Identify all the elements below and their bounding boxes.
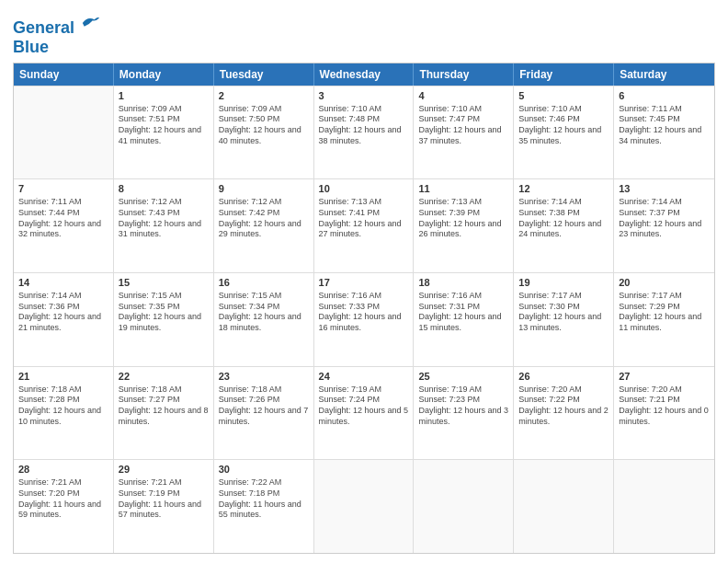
day-info: Sunrise: 7:09 AM Sunset: 7:50 PM Dayligh… — [219, 104, 309, 147]
week-row-1: 1Sunrise: 7:09 AM Sunset: 7:51 PM Daylig… — [14, 86, 714, 179]
day-cell-2: 2Sunrise: 7:09 AM Sunset: 7:50 PM Daylig… — [214, 86, 314, 179]
day-cell-13: 13Sunrise: 7:14 AM Sunset: 7:37 PM Dayli… — [614, 179, 714, 272]
day-number: 20 — [619, 276, 710, 290]
day-number: 14 — [18, 276, 108, 290]
week-row-2: 7Sunrise: 7:11 AM Sunset: 7:44 PM Daylig… — [14, 178, 714, 272]
day-cell-26: 26Sunrise: 7:20 AM Sunset: 7:22 PM Dayli… — [514, 367, 614, 460]
empty-cell — [614, 460, 714, 553]
day-cell-22: 22Sunrise: 7:18 AM Sunset: 7:27 PM Dayli… — [114, 367, 214, 460]
day-info: Sunrise: 7:11 AM Sunset: 7:44 PM Dayligh… — [18, 197, 108, 240]
logo: General Blue — [13, 13, 101, 57]
day-cell-15: 15Sunrise: 7:15 AM Sunset: 7:35 PM Dayli… — [114, 273, 214, 366]
day-number: 4 — [418, 89, 508, 103]
day-info: Sunrise: 7:10 AM Sunset: 7:47 PM Dayligh… — [418, 104, 508, 147]
day-cell-11: 11Sunrise: 7:13 AM Sunset: 7:39 PM Dayli… — [414, 179, 514, 272]
day-info: Sunrise: 7:19 AM Sunset: 7:23 PM Dayligh… — [418, 385, 508, 428]
day-info: Sunrise: 7:17 AM Sunset: 7:29 PM Dayligh… — [619, 291, 710, 334]
day-info: Sunrise: 7:14 AM Sunset: 7:38 PM Dayligh… — [518, 197, 609, 240]
day-info: Sunrise: 7:09 AM Sunset: 7:51 PM Dayligh… — [119, 104, 209, 147]
day-info: Sunrise: 7:13 AM Sunset: 7:39 PM Dayligh… — [418, 197, 508, 240]
day-number: 9 — [219, 182, 309, 196]
day-cell-23: 23Sunrise: 7:18 AM Sunset: 7:26 PM Dayli… — [214, 367, 314, 460]
weekday-header-monday: Monday — [114, 63, 214, 86]
day-cell-24: 24Sunrise: 7:19 AM Sunset: 7:24 PM Dayli… — [314, 367, 415, 460]
weekday-header-sunday: Sunday — [14, 63, 114, 86]
day-info: Sunrise: 7:20 AM Sunset: 7:21 PM Dayligh… — [619, 385, 710, 428]
page: General Blue SundayMondayTuesdayWednesda… — [0, 0, 728, 563]
day-info: Sunrise: 7:13 AM Sunset: 7:41 PM Dayligh… — [319, 197, 409, 240]
day-number: 23 — [219, 370, 309, 384]
day-cell-12: 12Sunrise: 7:14 AM Sunset: 7:38 PM Dayli… — [514, 179, 614, 272]
day-info: Sunrise: 7:21 AM Sunset: 7:20 PM Dayligh… — [18, 477, 108, 521]
day-cell-10: 10Sunrise: 7:13 AM Sunset: 7:41 PM Dayli… — [314, 179, 415, 272]
logo-bird-icon — [81, 13, 101, 33]
day-info: Sunrise: 7:12 AM Sunset: 7:42 PM Dayligh… — [219, 197, 309, 240]
day-cell-3: 3Sunrise: 7:10 AM Sunset: 7:48 PM Daylig… — [314, 86, 415, 179]
day-number: 13 — [619, 182, 710, 196]
calendar: SundayMondayTuesdayWednesdayThursdayFrid… — [13, 63, 715, 554]
day-number: 2 — [219, 89, 309, 103]
day-number: 18 — [418, 276, 508, 290]
header: General Blue — [13, 9, 715, 57]
empty-cell — [314, 460, 415, 553]
day-cell-14: 14Sunrise: 7:14 AM Sunset: 7:36 PM Dayli… — [14, 273, 114, 366]
week-row-5: 28Sunrise: 7:21 AM Sunset: 7:20 PM Dayli… — [14, 459, 714, 553]
day-number: 24 — [319, 370, 409, 384]
day-cell-27: 27Sunrise: 7:20 AM Sunset: 7:21 PM Dayli… — [614, 367, 714, 460]
day-info: Sunrise: 7:18 AM Sunset: 7:28 PM Dayligh… — [18, 385, 108, 428]
day-info: Sunrise: 7:20 AM Sunset: 7:22 PM Dayligh… — [518, 385, 609, 428]
day-cell-8: 8Sunrise: 7:12 AM Sunset: 7:43 PM Daylig… — [114, 179, 214, 272]
day-cell-28: 28Sunrise: 7:21 AM Sunset: 7:20 PM Dayli… — [14, 460, 114, 553]
weekday-header-friday: Friday — [514, 63, 614, 86]
weekday-header-thursday: Thursday — [414, 63, 514, 86]
day-info: Sunrise: 7:15 AM Sunset: 7:35 PM Dayligh… — [119, 291, 209, 334]
day-info: Sunrise: 7:19 AM Sunset: 7:24 PM Dayligh… — [319, 385, 409, 428]
day-number: 17 — [319, 276, 409, 290]
day-number: 15 — [119, 276, 209, 290]
day-info: Sunrise: 7:12 AM Sunset: 7:43 PM Dayligh… — [119, 197, 209, 240]
empty-cell — [14, 86, 114, 179]
day-number: 10 — [319, 182, 409, 196]
day-number: 21 — [18, 370, 108, 384]
day-info: Sunrise: 7:16 AM Sunset: 7:31 PM Dayligh… — [418, 291, 508, 334]
day-info: Sunrise: 7:14 AM Sunset: 7:37 PM Dayligh… — [619, 197, 710, 240]
day-info: Sunrise: 7:22 AM Sunset: 7:18 PM Dayligh… — [219, 477, 309, 521]
day-number: 3 — [319, 89, 409, 103]
day-info: Sunrise: 7:14 AM Sunset: 7:36 PM Dayligh… — [18, 291, 108, 334]
day-number: 5 — [518, 89, 609, 103]
day-number: 30 — [219, 463, 309, 477]
day-number: 26 — [518, 370, 609, 384]
day-cell-4: 4Sunrise: 7:10 AM Sunset: 7:47 PM Daylig… — [414, 86, 514, 179]
day-info: Sunrise: 7:15 AM Sunset: 7:34 PM Dayligh… — [219, 291, 309, 334]
calendar-header: SundayMondayTuesdayWednesdayThursdayFrid… — [14, 63, 714, 86]
weekday-header-tuesday: Tuesday — [214, 63, 314, 86]
day-number: 28 — [18, 463, 108, 477]
day-cell-21: 21Sunrise: 7:18 AM Sunset: 7:28 PM Dayli… — [14, 367, 114, 460]
calendar-body: 1Sunrise: 7:09 AM Sunset: 7:51 PM Daylig… — [14, 86, 714, 553]
day-number: 22 — [119, 370, 209, 384]
day-cell-16: 16Sunrise: 7:15 AM Sunset: 7:34 PM Dayli… — [214, 273, 314, 366]
week-row-4: 21Sunrise: 7:18 AM Sunset: 7:28 PM Dayli… — [14, 366, 714, 460]
day-number: 16 — [219, 276, 309, 290]
day-info: Sunrise: 7:10 AM Sunset: 7:46 PM Dayligh… — [518, 104, 609, 147]
day-number: 29 — [119, 463, 209, 477]
day-number: 1 — [119, 89, 209, 103]
week-row-3: 14Sunrise: 7:14 AM Sunset: 7:36 PM Dayli… — [14, 272, 714, 366]
day-cell-30: 30Sunrise: 7:22 AM Sunset: 7:18 PM Dayli… — [214, 460, 314, 553]
day-cell-6: 6Sunrise: 7:11 AM Sunset: 7:45 PM Daylig… — [614, 86, 714, 179]
weekday-header-saturday: Saturday — [614, 63, 714, 86]
day-number: 27 — [619, 370, 710, 384]
day-number: 19 — [518, 276, 609, 290]
day-number: 8 — [119, 182, 209, 196]
day-number: 25 — [418, 370, 508, 384]
day-info: Sunrise: 7:18 AM Sunset: 7:26 PM Dayligh… — [219, 385, 309, 428]
day-cell-18: 18Sunrise: 7:16 AM Sunset: 7:31 PM Dayli… — [414, 273, 514, 366]
logo-text: General — [13, 13, 101, 38]
day-info: Sunrise: 7:21 AM Sunset: 7:19 PM Dayligh… — [119, 477, 209, 521]
logo-blue: Blue — [13, 38, 101, 57]
day-info: Sunrise: 7:16 AM Sunset: 7:33 PM Dayligh… — [319, 291, 409, 334]
day-info: Sunrise: 7:10 AM Sunset: 7:48 PM Dayligh… — [319, 104, 409, 147]
day-number: 6 — [619, 89, 710, 103]
empty-cell — [414, 460, 514, 553]
weekday-header-wednesday: Wednesday — [314, 63, 415, 86]
